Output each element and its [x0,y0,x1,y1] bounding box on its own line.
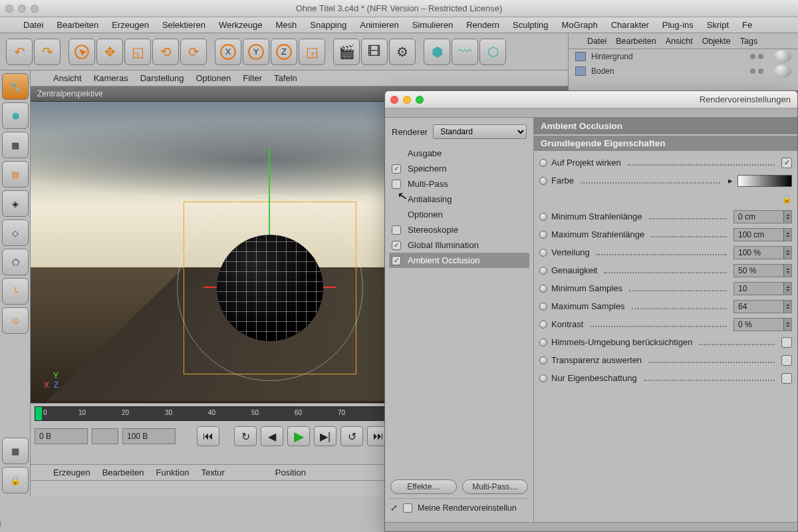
keyframe-icon[interactable] [539,285,547,293]
om-menu-datei[interactable]: Datei [583,35,610,48]
value-input[interactable]: 100 % [733,246,792,259]
value-input[interactable]: 64 [733,300,792,313]
vp-menu-ansicht[interactable]: Ansicht [48,71,87,85]
checkbox[interactable] [392,180,401,189]
keyframe-icon[interactable] [539,374,547,382]
keyframe-icon[interactable] [539,338,547,346]
menu-bearbeiten[interactable]: Bearbeiten [51,17,104,33]
checkbox[interactable] [781,337,792,348]
lock-icon[interactable]: 🔒 [781,194,792,203]
workplane-snap-button[interactable]: ▦ [2,438,29,464]
menu-datei[interactable]: Datei [17,17,49,33]
keyframe-icon[interactable] [539,249,547,257]
undo-button[interactable]: ↶ [6,39,33,65]
menu-fenster[interactable]: Fe [736,17,758,33]
edge-mode-button[interactable]: ◇ [2,219,29,246]
axis-z-toggle[interactable]: Z [271,39,297,65]
rs-item-antialiasing[interactable]: Antialiasing [389,192,529,207]
primitive-cube-button[interactable]: ⬢ [424,39,450,65]
mat-menu-funktion[interactable]: Funktion [151,466,195,479]
rs-item-optionen[interactable]: Optionen [389,207,529,222]
spinner-icon[interactable] [783,229,791,241]
vp-menu-darstellung[interactable]: Darstellung [135,71,190,85]
move-tool[interactable]: ✥ [96,39,123,65]
keyframe-icon[interactable] [539,177,547,185]
preset-checkbox[interactable] [403,503,412,513]
gradient-input[interactable] [737,175,792,187]
checkbox[interactable] [781,373,792,384]
minimize-icon[interactable] [403,96,411,104]
rs-item-global-illumination[interactable]: Global Illumination [389,237,529,253]
keyframe-icon[interactable] [539,213,547,221]
close-icon[interactable] [390,96,398,104]
checkbox[interactable] [781,158,792,168]
polygon-mode-button[interactable]: ⬠ [2,249,29,275]
menu-werkzeuge[interactable]: Werkzeuge [213,17,269,33]
value-input[interactable]: 0 % [733,318,792,331]
lock-button[interactable]: 🔒 [2,467,29,493]
goto-start-button[interactable]: ⏮ [197,426,219,446]
keyframe-icon[interactable] [539,303,547,311]
rs-item-ausgabe[interactable]: Ausgabe [389,146,529,161]
sphere-object[interactable] [217,235,323,341]
rs-item-speichern[interactable]: Speichern [389,161,529,176]
expand-icon[interactable]: ⤢ [390,503,398,513]
texture-mode-button[interactable]: ▦ [2,132,29,158]
keyframe-icon[interactable] [539,267,547,275]
spline-button[interactable]: 〰 [452,39,478,65]
axis-mode-button[interactable]: └ [2,278,29,305]
value-input[interactable]: 0 cm [733,210,792,223]
menu-sculpting[interactable]: Sculpting [507,17,554,33]
om-row[interactable]: Boden [569,64,798,78]
prev-frame-button[interactable]: ◀ [261,426,283,446]
redo-button[interactable]: ↷ [34,39,61,65]
menu-plugins[interactable]: Plug-ins [656,17,700,33]
mat-menu-bearbeiten[interactable]: Bearbeiten [97,466,150,479]
multipass-button[interactable]: Multi-Pass… [462,479,529,494]
checkbox[interactable] [392,225,401,235]
vp-menu-optionen[interactable]: Optionen [190,71,236,85]
menu-charakter[interactable]: Charakter [605,17,655,33]
render-picture-button[interactable]: 🎞 [361,39,388,65]
select-tool[interactable] [68,39,95,65]
value-input[interactable]: 100 cm [733,228,792,241]
vp-menu-kameras[interactable]: Kameras [88,71,134,85]
rs-item-multi-pass[interactable]: Multi-Pass [389,176,529,192]
rs-item-stereoskopie[interactable]: Stereoskopie [389,222,529,237]
axis-y-toggle[interactable]: Y [243,39,269,65]
rs-item-ambient-occlusion[interactable]: Ambient Occlusion [389,253,529,268]
point-mode-button[interactable]: ◈ [2,190,29,217]
menu-erzeugen[interactable]: Erzeugen [106,17,155,33]
frame-end-field[interactable]: 100 B [122,428,176,444]
workplane-button[interactable]: ▨ [2,161,29,188]
menu-rendern[interactable]: Rendern [460,17,505,33]
checkbox[interactable] [781,355,792,366]
checkbox[interactable] [392,241,401,250]
keyframe-icon[interactable] [539,159,547,167]
menu-mograph[interactable]: MoGraph [556,17,604,33]
coord-system-button[interactable]: ◲ [299,39,325,65]
mat-menu-erzeugen[interactable]: Erzeugen [48,466,96,479]
menu-mesh[interactable]: Mesh [269,17,303,33]
keyframe-icon[interactable] [539,356,547,364]
next-frame-button[interactable]: ▶| [314,426,336,446]
om-menu-objekte[interactable]: Objekte [698,35,735,48]
frame-start-field[interactable]: 0 B [35,428,88,444]
vp-menu-tafeln[interactable]: Tafeln [269,71,303,85]
menu-selektieren[interactable]: Selektieren [156,17,211,33]
spinner-icon[interactable] [783,265,791,277]
om-menu-ansicht[interactable]: Ansicht [662,35,697,48]
rs-titlebar[interactable]: Rendervoreinstellungen [385,91,797,108]
material-thumb-icon[interactable] [774,65,791,78]
render-view-button[interactable]: 🎬 [333,39,360,65]
snap-button[interactable]: ⊙ [2,307,29,334]
keyframe-icon[interactable] [539,321,547,329]
scale-tool[interactable]: ◱ [124,39,151,65]
om-menu-tags[interactable]: Tags [736,35,761,48]
frame-stepper[interactable] [92,428,118,444]
scrollbar[interactable] [385,522,797,531]
vp-menu-filter[interactable]: Filter [237,71,267,85]
zoom-icon[interactable] [416,96,424,104]
next-key-button[interactable]: ↺ [340,426,363,446]
menu-simulieren[interactable]: Simulieren [406,17,459,33]
